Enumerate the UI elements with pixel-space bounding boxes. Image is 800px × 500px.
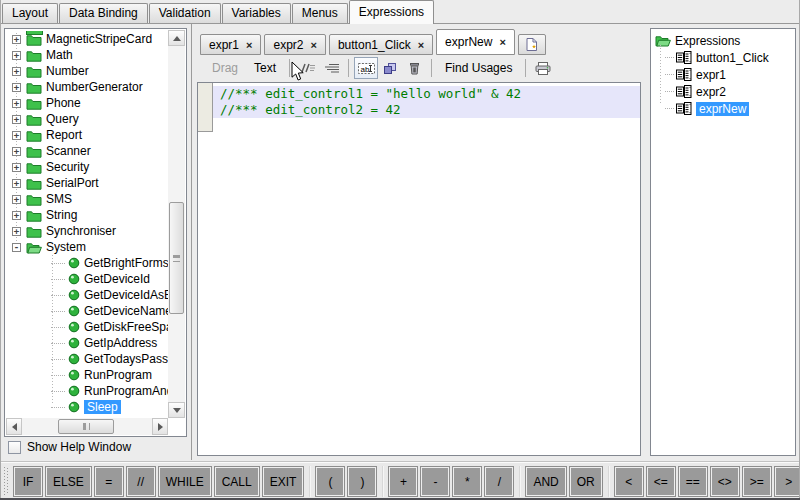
tree-folder-number[interactable]: + Number (5, 63, 168, 79)
collapse-icon[interactable]: - (12, 243, 21, 252)
tree-function[interactable]: GetDiskFreeSpace (5, 319, 168, 335)
tree-folder-serialport[interactable]: + SerialPort (5, 175, 168, 191)
tree-function[interactable]: GetBrightFormsVe (5, 255, 168, 271)
tree-function[interactable]: GetDeviceName (5, 303, 168, 319)
expand-icon[interactable]: + (12, 51, 21, 60)
expression-item[interactable]: expr1 (651, 66, 795, 83)
expand-icon[interactable]: + (12, 67, 21, 76)
editor-tab-button1-click[interactable]: button1_Click × (329, 34, 433, 55)
tree-function-selected[interactable]: Sleep (5, 399, 168, 415)
tab-validation[interactable]: Validation (149, 3, 221, 23)
expand-icon[interactable]: + (12, 211, 21, 220)
op-not-equal-button[interactable]: <> (711, 467, 739, 496)
editor-tab-expr2[interactable]: expr2 × (264, 34, 325, 55)
show-help-checkbox[interactable] (8, 441, 21, 454)
tree-folder-security[interactable]: + Security (5, 159, 168, 175)
op-while-button[interactable]: WHILE (159, 467, 211, 496)
expand-icon[interactable]: + (12, 99, 21, 108)
tree-folder-synchroniser[interactable]: + Synchroniser (5, 223, 168, 239)
expressions-root[interactable]: Expressions (651, 32, 795, 49)
code-line-2[interactable]: //*** edit_control2 = 42 (213, 102, 640, 118)
op-assign-button[interactable]: = (95, 467, 123, 496)
tree-folder-numbergenerator[interactable]: + NumberGenerator (5, 79, 168, 95)
expand-icon[interactable]: + (12, 163, 21, 172)
tab-data-binding[interactable]: Data Binding (59, 3, 148, 23)
tree-function[interactable]: RunProgramAndW (5, 383, 168, 399)
op-multiply-button[interactable]: * (453, 467, 481, 496)
tab-expressions[interactable]: Expressions (349, 0, 434, 24)
new-expression-tab-button[interactable] (518, 34, 546, 55)
op-or-button[interactable]: OR (570, 467, 602, 496)
comment-button[interactable] (295, 57, 319, 79)
expression-item[interactable]: button1_Click (651, 49, 795, 66)
tree-vertical-scrollbar[interactable] (168, 30, 185, 418)
toolbar-grip-handle[interactable] (4, 467, 9, 495)
expand-icon[interactable]: + (12, 179, 21, 188)
op-open-paren-button[interactable]: ( (316, 467, 344, 496)
op-less-button[interactable]: < (615, 467, 643, 496)
expand-icon[interactable]: + (12, 227, 21, 236)
op-equal-button[interactable]: == (679, 467, 707, 496)
scroll-up-button[interactable] (168, 30, 185, 46)
op-less-equal-button[interactable]: <= (647, 467, 675, 496)
op-minus-button[interactable]: - (421, 467, 449, 496)
text-mode-button[interactable]: Text (246, 57, 284, 79)
tree-horizontal-scrollbar[interactable] (6, 418, 168, 435)
drag-mode-button[interactable]: Drag (204, 57, 246, 79)
tree-folder-report[interactable]: + Report (5, 127, 168, 143)
print-button[interactable] (531, 57, 555, 79)
delete-button[interactable] (402, 57, 426, 79)
tree-folder-query[interactable]: + Query (5, 111, 168, 127)
tree-folder-system-expanded[interactable]: - System (5, 239, 168, 255)
expand-icon[interactable]: + (12, 195, 21, 204)
expand-icon[interactable]: + (12, 147, 21, 156)
op-plus-button[interactable]: + (389, 467, 417, 496)
expand-icon[interactable]: + (12, 83, 21, 92)
op-and-button[interactable]: AND (526, 467, 565, 496)
close-tab-icon[interactable]: × (246, 40, 252, 50)
expand-icon[interactable]: + (12, 115, 21, 124)
op-exit-button[interactable]: EXIT (263, 467, 304, 496)
expression-item[interactable]: expr2 (651, 83, 795, 100)
replace-button[interactable] (378, 57, 402, 79)
tree-function[interactable]: GetDeviceId (5, 271, 168, 287)
tab-variables[interactable]: Variables (222, 3, 291, 23)
tree-function[interactable]: GetIpAddress (5, 335, 168, 351)
editor-tab-expr1[interactable]: expr1 × (200, 34, 261, 55)
horizontal-scroll-thumb[interactable] (58, 419, 114, 434)
tree-function[interactable]: RunProgram (5, 367, 168, 383)
expression-code-editor[interactable]: //*** edit_control1 = "hello world" & 42… (197, 82, 641, 456)
op-call-button[interactable]: CALL (215, 467, 259, 496)
expression-item-selected[interactable]: exprNew (651, 100, 795, 117)
op-greater-equal-button[interactable]: >= (743, 467, 771, 496)
scroll-down-button[interactable] (168, 402, 185, 418)
align-button[interactable] (319, 57, 343, 79)
editor-tab-exprnew-active[interactable]: exprNew × (436, 29, 515, 55)
vertical-scroll-thumb[interactable] (169, 202, 184, 314)
close-tab-icon[interactable]: × (311, 40, 317, 50)
close-tab-icon[interactable]: × (499, 37, 505, 47)
op-if-button[interactable]: IF (14, 467, 42, 496)
op-greater-button[interactable]: > (775, 467, 800, 496)
tree-folder-string[interactable]: + String (5, 207, 168, 223)
rename-button[interactable]: ab (354, 57, 378, 79)
scroll-left-button[interactable] (6, 418, 22, 435)
op-close-paren-button[interactable]: ) (348, 467, 376, 496)
tree-folder-math[interactable]: + Math (5, 47, 168, 63)
expand-icon[interactable]: + (12, 35, 21, 44)
tree-folder-scanner[interactable]: + Scanner (5, 143, 168, 159)
expand-icon[interactable]: + (12, 131, 21, 140)
tree-folder-phone[interactable]: + Phone (5, 95, 168, 111)
scroll-right-button[interactable] (152, 418, 168, 435)
find-usages-button[interactable]: Find Usages (437, 57, 520, 79)
tree-function[interactable]: GetDeviceIdAsBas (5, 287, 168, 303)
op-else-button[interactable]: ELSE (46, 467, 91, 496)
code-line-1[interactable]: //*** edit_control1 = "hello world" & 42 (213, 86, 640, 102)
tab-layout[interactable]: Layout (2, 3, 58, 23)
tab-menus[interactable]: Menus (292, 3, 348, 23)
op-comment-button[interactable]: // (127, 467, 155, 496)
op-divide-button[interactable]: / (485, 467, 513, 496)
tree-function[interactable]: GetTodaysPasswo (5, 351, 168, 367)
close-tab-icon[interactable]: × (418, 40, 424, 50)
tree-folder-sms[interactable]: + SMS (5, 191, 168, 207)
